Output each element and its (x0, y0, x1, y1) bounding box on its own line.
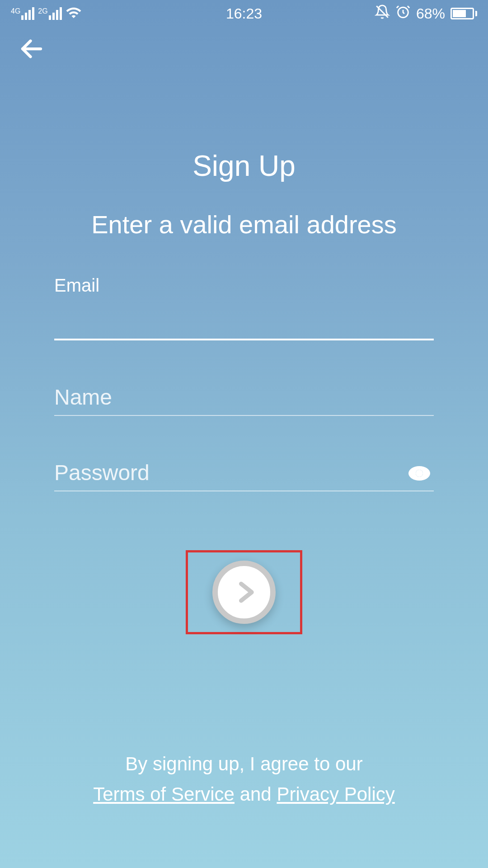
form-fields: Email (54, 275, 434, 532)
submit-area (186, 550, 302, 634)
alarm-icon (395, 4, 411, 23)
footer-agree-text: By signing up, I agree to our (0, 749, 488, 779)
password-field-group (54, 457, 434, 491)
submit-button[interactable] (212, 561, 276, 624)
toggle-password-visibility-button[interactable] (408, 465, 430, 483)
back-button[interactable] (18, 35, 45, 64)
highlight-box (186, 550, 302, 634)
page-subtitle: Enter a valid email address (91, 210, 396, 239)
status-right: 68% (375, 4, 477, 23)
email-field-group: Email (54, 275, 434, 340)
email-label: Email (54, 275, 434, 296)
privacy-policy-link[interactable]: Privacy Policy (277, 783, 394, 805)
arrow-left-icon (18, 35, 45, 62)
eye-icon (408, 465, 430, 481)
terms-of-service-link[interactable]: Terms of Service (93, 783, 235, 805)
name-input[interactable] (54, 381, 434, 416)
footer: By signing up, I agree to our Terms of S… (0, 749, 488, 809)
status-left: 4G 2G (11, 5, 82, 23)
battery-percent: 68% (416, 5, 445, 22)
svg-point-5 (416, 470, 423, 477)
network-label-1: 4G (11, 7, 20, 15)
status-bar: 4G 2G 16:23 68% (0, 0, 488, 27)
battery-icon (450, 8, 477, 19)
signal-indicator-2: 2G (38, 7, 61, 20)
chevron-right-icon (233, 580, 258, 605)
page-title: Sign Up (192, 149, 296, 183)
network-label-2: 2G (38, 7, 47, 15)
main-content: Sign Up Enter a valid email address Emai… (0, 149, 488, 634)
footer-and-text: and (240, 783, 277, 805)
signal-indicator-1: 4G (11, 7, 34, 20)
wifi-icon (66, 5, 82, 23)
password-input[interactable] (54, 457, 434, 491)
name-field-group (54, 381, 434, 416)
bell-mute-icon (375, 4, 390, 23)
email-input[interactable] (54, 303, 434, 340)
status-time: 16:23 (226, 5, 262, 22)
